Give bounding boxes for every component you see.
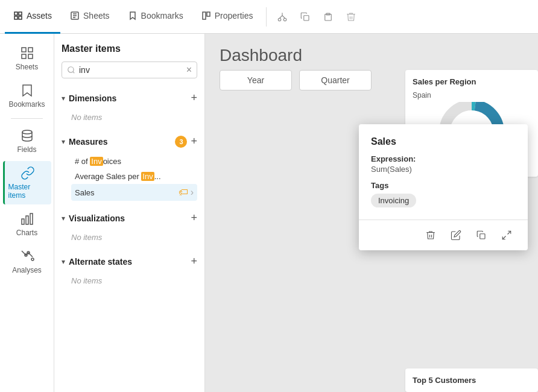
search-icon <box>67 66 75 74</box>
main-layout: Sheets Bookmarks Fields Master items Cha… <box>0 34 538 392</box>
dimensions-section-header[interactable]: ▾ Dimensions + <box>62 88 197 108</box>
svg-rect-16 <box>28 48 33 52</box>
svg-rect-22 <box>30 213 33 224</box>
popup-footer <box>359 220 528 250</box>
tag-icon: 🏷 <box>179 187 188 198</box>
visualizations-items: No items <box>71 230 197 244</box>
measures-section-header[interactable]: ▾ Measures 3 + <box>62 131 197 151</box>
alternate-states-items: No items <box>71 274 197 288</box>
svg-line-33 <box>508 231 511 234</box>
alternate-states-no-items: No items <box>71 274 197 288</box>
svg-rect-21 <box>26 216 28 224</box>
svg-point-11 <box>284 18 287 21</box>
paste-button[interactable] <box>317 6 339 28</box>
panel-title: Master items <box>62 43 197 54</box>
dashboard-title: Dashboard <box>220 46 524 65</box>
sales-popup: Sales Expression: Sum(Sales) Tags Invoic… <box>359 124 528 250</box>
popup-title: Sales <box>371 136 516 147</box>
search-box: × <box>62 62 197 78</box>
quarter-filter[interactable]: Quarter <box>299 70 372 90</box>
svg-line-34 <box>502 236 505 239</box>
popup-expand-button[interactable] <box>498 226 516 244</box>
svg-rect-0 <box>14 12 17 15</box>
visualizations-chevron: ▾ <box>62 214 65 223</box>
svg-rect-1 <box>19 12 22 15</box>
svg-point-19 <box>22 130 32 134</box>
sidebar-item-master-items[interactable]: Master items <box>3 161 51 204</box>
visualizations-no-items: No items <box>71 230 197 244</box>
list-item[interactable]: Sales 🏷 › <box>71 184 197 201</box>
search-input[interactable] <box>79 65 186 75</box>
measures-items: # of Invoices Average Sales per Inv... S… <box>71 154 197 201</box>
alternate-states-section-header[interactable]: ▾ Alternate states + <box>62 251 197 271</box>
svg-rect-32 <box>480 234 485 239</box>
tab-assets[interactable]: Assets <box>5 0 60 34</box>
svg-line-27 <box>73 72 75 74</box>
year-filter[interactable]: Year <box>220 70 292 90</box>
tab-sheets[interactable]: Sheets <box>62 0 118 34</box>
sidebar-item-bookmarks[interactable]: Bookmarks <box>3 78 51 113</box>
copy-button[interactable] <box>294 6 316 28</box>
svg-rect-20 <box>22 219 24 224</box>
popup-edit-button[interactable] <box>447 226 465 244</box>
arrow-icon: › <box>191 187 194 198</box>
popup-duplicate-button[interactable] <box>472 226 490 244</box>
popup-expression-value: Sum(Sales) <box>371 165 516 174</box>
measures-badge: 3 <box>175 136 187 148</box>
tab-properties[interactable]: Properties <box>193 0 262 34</box>
dimensions-items: No items <box>71 110 197 124</box>
visualizations-add-button[interactable]: + <box>191 212 197 224</box>
popup-tags-label: Tags <box>371 181 516 190</box>
svg-rect-12 <box>304 15 309 20</box>
svg-point-10 <box>279 18 282 21</box>
svg-rect-18 <box>28 54 33 58</box>
measures-add-button[interactable]: + <box>191 135 197 148</box>
popup-tag-invoicing[interactable]: Invoicing <box>371 194 416 207</box>
top5-title: Top 5 Customers <box>413 376 531 385</box>
svg-rect-8 <box>203 12 206 19</box>
toolbar: Assets Sheets Bookmarks Properties <box>0 0 538 34</box>
sales-region-title: Sales per Region <box>413 77 531 86</box>
sidebar-divider <box>11 118 43 119</box>
sidebar-icons: Sheets Bookmarks Fields Master items Cha… <box>0 34 54 392</box>
sidebar-item-sheets[interactable]: Sheets <box>3 41 51 76</box>
popup-delete-button[interactable] <box>422 226 440 244</box>
svg-rect-17 <box>22 54 26 58</box>
top5-customers-card: Top 5 Customers <box>405 368 538 392</box>
content-area: Dashboard Year Quarter Sales per Region … <box>205 34 538 392</box>
svg-rect-3 <box>19 16 22 19</box>
visualizations-section-header[interactable]: ▾ Visualizations + <box>62 208 197 228</box>
svg-point-26 <box>68 67 74 72</box>
region-label: Spain <box>413 91 531 100</box>
sidebar-item-fields[interactable]: Fields <box>3 124 51 159</box>
measures-chevron: ▾ <box>62 138 65 146</box>
alternate-states-chevron: ▾ <box>62 258 65 266</box>
toolbar-separator <box>266 7 267 27</box>
popup-expression-label: Expression: <box>371 154 516 163</box>
dimensions-add-button[interactable]: + <box>191 92 197 104</box>
list-item[interactable]: # of Invoices <box>71 154 197 169</box>
tab-bookmarks[interactable]: Bookmarks <box>119 0 192 34</box>
cut-button[interactable] <box>271 6 293 28</box>
svg-rect-15 <box>22 48 26 52</box>
sidebar-item-analyses[interactable]: Analyses <box>3 244 51 279</box>
svg-point-25 <box>31 258 34 261</box>
master-items-panel: Master items × ▾ Dimensions + No items ▾… <box>54 34 205 392</box>
svg-rect-2 <box>14 16 17 19</box>
search-clear-button[interactable]: × <box>186 65 192 75</box>
dimensions-chevron: ▾ <box>62 94 65 103</box>
sidebar-item-charts[interactable]: Charts <box>3 207 51 242</box>
svg-rect-9 <box>207 12 210 16</box>
list-item[interactable]: Average Sales per Inv... <box>71 169 197 184</box>
alternate-states-add-button[interactable]: + <box>191 255 197 268</box>
dimensions-no-items: No items <box>71 110 197 124</box>
delete-button[interactable] <box>340 6 362 28</box>
